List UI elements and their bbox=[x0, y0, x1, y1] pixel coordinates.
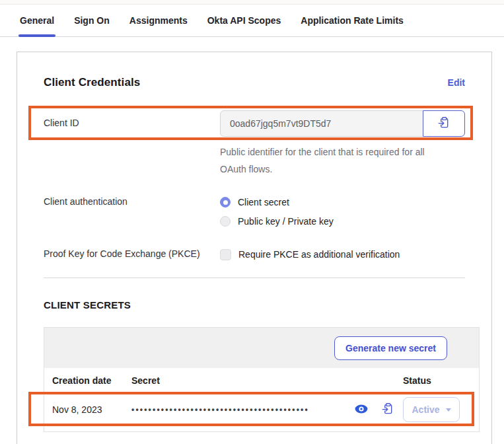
client-authentication-row: Client authentication Client secret Publ… bbox=[44, 195, 465, 229]
tab-sign-on-label: Sign On bbox=[74, 15, 110, 26]
reveal-secret-button[interactable] bbox=[350, 402, 373, 418]
client-id-input-group bbox=[220, 110, 465, 137]
checkbox-unchecked-icon bbox=[220, 249, 231, 260]
pkce-checkbox[interactable]: Require PKCE as additional verification bbox=[220, 247, 465, 262]
eye-icon bbox=[355, 404, 368, 416]
masked-secret-value: ••••••••••••••••••••••••••••••••••••••••… bbox=[131, 405, 350, 414]
status-dropdown[interactable]: Active bbox=[403, 397, 460, 422]
radio-unselected-icon bbox=[220, 216, 231, 227]
tab-okta-api-scopes-label: Okta API Scopes bbox=[207, 15, 281, 26]
pkce-checkbox-label: Require PKCE as additional verification bbox=[238, 247, 400, 262]
client-id-row: Client ID bbox=[44, 110, 465, 137]
tab-application-rate-limits[interactable]: Application Rate Limits bbox=[301, 5, 404, 36]
window-chrome-edge bbox=[0, 0, 504, 5]
section-divider bbox=[44, 278, 465, 278]
radio-client-secret[interactable]: Client secret bbox=[220, 195, 465, 209]
radio-client-secret-label: Client secret bbox=[238, 195, 289, 209]
client-authentication-label: Client authentication bbox=[44, 195, 220, 207]
client-secrets-table: Generate new secret Creation date Secret… bbox=[44, 327, 480, 432]
section-title: Client Credentials bbox=[44, 76, 140, 89]
client-id-description: Public identifier for the client that is… bbox=[220, 143, 452, 178]
clipboard-icon bbox=[437, 116, 450, 131]
column-header-status: Status bbox=[403, 375, 471, 386]
general-settings-card: Client Credentials Edit Client ID bbox=[17, 52, 492, 444]
secret-creation-date: Nov 8, 2023 bbox=[52, 404, 131, 415]
client-id-label: Client ID bbox=[44, 110, 220, 128]
secrets-table-header: Creation date Secret Status bbox=[44, 368, 479, 393]
copy-secret-button[interactable] bbox=[373, 402, 403, 418]
edit-link[interactable]: Edit bbox=[448, 77, 465, 88]
status-dropdown-label: Active bbox=[412, 404, 439, 415]
radio-public-private-key[interactable]: Public key / Private key bbox=[220, 214, 465, 229]
radio-public-private-key-label: Public key / Private key bbox=[238, 214, 334, 229]
tab-general-label: General bbox=[20, 15, 54, 26]
app-tabbar: General Sign On Assignments Okta API Sco… bbox=[0, 5, 504, 37]
client-secrets-heading: CLIENT SECRETS bbox=[44, 299, 465, 311]
tab-application-rate-limits-label: Application Rate Limits bbox=[301, 15, 404, 26]
tab-sign-on[interactable]: Sign On bbox=[74, 5, 110, 36]
tab-okta-api-scopes[interactable]: Okta API Scopes bbox=[207, 5, 281, 36]
tab-assignments[interactable]: Assignments bbox=[129, 5, 188, 36]
secret-table-row: Nov 8, 2023 ••••••••••••••••••••••••••••… bbox=[44, 393, 479, 426]
secrets-table-toolbar: Generate new secret bbox=[44, 328, 479, 368]
generate-new-secret-button[interactable]: Generate new secret bbox=[334, 336, 447, 360]
column-header-creation-date: Creation date bbox=[52, 375, 131, 386]
pkce-row: Proof Key for Code Exchange (PKCE) Requi… bbox=[44, 247, 465, 262]
pkce-label: Proof Key for Code Exchange (PKCE) bbox=[44, 247, 220, 259]
tab-general[interactable]: General bbox=[20, 5, 54, 36]
chevron-down-icon bbox=[446, 408, 451, 412]
tab-assignments-label: Assignments bbox=[129, 15, 188, 26]
column-header-secret: Secret bbox=[131, 375, 403, 386]
client-id-input[interactable] bbox=[220, 110, 423, 137]
table-bottom-spacer bbox=[44, 426, 479, 431]
active-tab-underline bbox=[18, 34, 55, 37]
clipboard-icon bbox=[381, 402, 394, 418]
radio-selected-icon bbox=[220, 197, 231, 207]
copy-client-id-button[interactable] bbox=[423, 110, 465, 137]
client-credentials-header: Client Credentials Edit bbox=[44, 76, 465, 89]
